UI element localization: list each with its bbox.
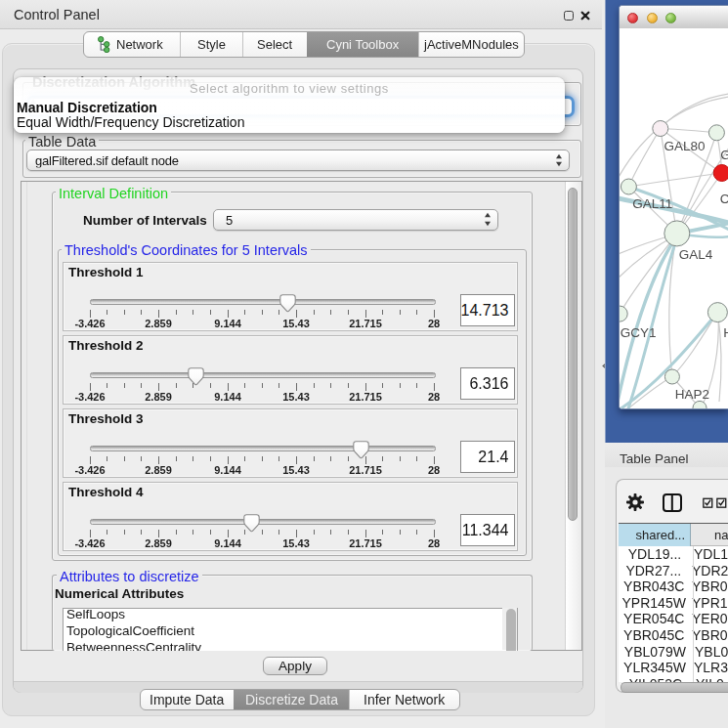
network-node-label: GA: [720, 148, 728, 162]
slider-thumb[interactable]: [353, 441, 369, 460]
slider-minor-tick: [210, 456, 211, 461]
checkbox-checked-icon-2[interactable]: [716, 497, 727, 508]
slider-minor-tick: [107, 530, 107, 535]
network-window-titlebar[interactable]: [620, 6, 728, 29]
threshold-label: Threshold 1: [68, 265, 144, 279]
popup-item-manual-discretization[interactable]: Manual Discretization: [17, 100, 157, 115]
slider-thumb[interactable]: [188, 367, 204, 387]
float-window-icon[interactable]: [564, 11, 574, 21]
slider-minor-tick: [348, 310, 349, 315]
slider-tick-label: 21.715: [349, 537, 382, 549]
attribute-item[interactable]: BetweennessCentrality: [66, 639, 201, 651]
slider-minor-tick: [107, 310, 107, 315]
slider-track[interactable]: [90, 446, 437, 451]
network-canvas[interactable]: GAL80GACGAL11GAL4GCY1HHAP2: [620, 28, 728, 409]
threshold-value-field[interactable]: 14.713: [460, 294, 515, 326]
slider-minor-tick: [244, 456, 245, 461]
network-node-gal80[interactable]: [653, 121, 668, 137]
horizontal-scrollbar-thumb[interactable]: [621, 682, 728, 693]
tab-network[interactable]: Network: [84, 32, 180, 57]
attributes-list[interactable]: SelfLoopsTopologicalCoefficientBetweenne…: [63, 608, 518, 651]
slider-minor-tick: [278, 383, 279, 388]
slider-minor-tick: [210, 530, 211, 535]
slider-minor-tick: [278, 530, 279, 535]
threshold-panel-1: Threshold 1-3.4262.8599.14415.4321.71528…: [63, 262, 519, 332]
tab-discretize-data[interactable]: Discretize Data: [234, 690, 349, 709]
slider-minor-tick: [176, 530, 177, 535]
close-icon[interactable]: [580, 11, 590, 21]
slider-minor-tick: [244, 383, 245, 388]
slider-minor-tick: [400, 530, 401, 535]
table-row[interactable]: YBR045CYBR0: [619, 627, 728, 644]
interval-definition-group-title: Interval Definition: [56, 186, 171, 201]
split-column-icon[interactable]: [663, 493, 682, 512]
network-node-hap2[interactable]: [664, 369, 679, 384]
table-data-combobox[interactable]: galFiltered.sif default node: [26, 150, 570, 171]
slider-track[interactable]: [90, 299, 437, 305]
table-row[interactable]: YER054CYER0: [619, 611, 728, 627]
slider-major-tick: [90, 456, 91, 464]
slider-major-tick: [228, 383, 229, 391]
screen: Control Panel Network Style Select Cyni …: [0, 0, 728, 728]
network-node-label: GAL4: [679, 247, 713, 262]
table-row[interactable]: YPR145WYPR1: [619, 595, 728, 612]
slider-minor-tick: [416, 383, 417, 388]
attribute-item[interactable]: TopologicalCoefficient: [66, 622, 194, 639]
threshold-coordinates-group-title: Threshold's Coordinates for 5 Intervals: [62, 242, 311, 258]
column-header-name[interactable]: na: [691, 524, 728, 546]
apply-button[interactable]: Apply: [263, 657, 327, 675]
network-edge: [628, 129, 660, 188]
slider-minor-tick: [348, 383, 349, 388]
window-close-button[interactable]: [627, 13, 638, 23]
network-node-ga[interactable]: [708, 125, 724, 141]
tab-jactivemnodules[interactable]: jActiveMNodules: [418, 32, 524, 57]
attribute-item[interactable]: SelfLoops: [66, 608, 125, 623]
tab-cyni-toolbox[interactable]: Cyni Toolbox: [307, 32, 418, 57]
popup-item-equal-width[interactable]: Equal Width/Frequency Discretization: [17, 114, 244, 130]
table-row[interactable]: YDL19...YDL1: [619, 546, 728, 563]
network-node-gal11[interactable]: [621, 179, 636, 194]
slider-minor-tick: [330, 383, 331, 388]
tab-infer-network[interactable]: Infer Network: [349, 690, 459, 709]
tab-style[interactable]: Style: [180, 32, 242, 57]
network-node-c[interactable]: [713, 165, 728, 182]
popup-placeholder-item[interactable]: Select algorithm to view settings: [14, 81, 565, 96]
network-node-h[interactable]: [707, 303, 727, 322]
threshold-label: Threshold 2: [68, 338, 144, 353]
threshold-value-field[interactable]: 11.344: [460, 514, 515, 546]
threshold-value-field[interactable]: 21.4: [460, 441, 515, 473]
checkbox-checked-icon[interactable]: [703, 497, 713, 508]
threshold-value-field[interactable]: 6.316: [460, 367, 515, 400]
slider-major-tick: [158, 310, 159, 318]
network-node-gcy1[interactable]: [620, 306, 627, 321]
slider-minor-tick: [314, 383, 315, 388]
slider-major-tick: [228, 456, 229, 464]
num-intervals-combobox[interactable]: 5: [213, 209, 498, 231]
table-row[interactable]: YLR345WYLR3: [619, 660, 728, 676]
table-row[interactable]: YDR27...YDR2: [619, 563, 728, 579]
gear-icon[interactable]: [625, 492, 645, 512]
tab-impute-data[interactable]: Impute Data: [141, 690, 234, 709]
network-node-gal4[interactable]: [664, 221, 690, 246]
table-header-row: shared... na: [619, 523, 728, 546]
table-card: shared... na YDL19...YDL1YDR27...YDR2YBR…: [616, 479, 728, 693]
window-minimize-button[interactable]: [647, 13, 658, 23]
table-row[interactable]: YBR043CYBR0: [619, 578, 728, 595]
slider-minor-tick: [382, 310, 383, 315]
tab-cyni-toolbox-label: Cyni Toolbox: [326, 37, 399, 52]
slider-track[interactable]: [90, 519, 437, 525]
slider-thumb[interactable]: [279, 294, 296, 314]
slider-thumb[interactable]: [243, 514, 260, 534]
slider-minor-tick: [314, 310, 315, 315]
vertical-scrollbar-thumb[interactable]: [568, 188, 578, 521]
attributes-scrollbar-thumb[interactable]: [506, 609, 516, 651]
table-row[interactable]: YBL079WYBL0: [619, 644, 728, 661]
slider-tick-label: 28: [428, 318, 440, 329]
window-zoom-button[interactable]: [665, 13, 676, 23]
column-header-shared-name[interactable]: shared...: [619, 524, 691, 546]
tab-select[interactable]: Select: [242, 32, 308, 57]
network-graph: GAL80GACGAL11GAL4GCY1HHAP2: [620, 28, 728, 409]
slider-tick-label: 28: [428, 537, 440, 549]
slider-tick-label: 2.859: [145, 318, 172, 329]
slider-track[interactable]: [90, 372, 437, 378]
